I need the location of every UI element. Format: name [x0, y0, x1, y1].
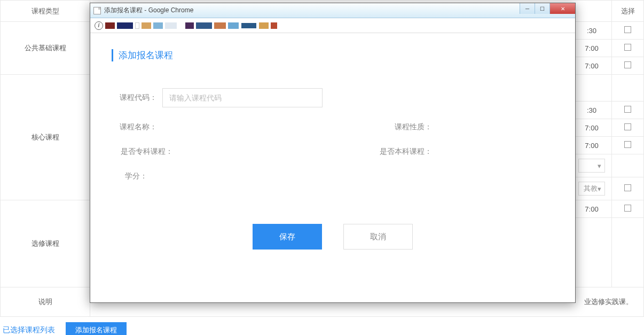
checkbox-row[interactable]	[624, 123, 631, 130]
checkbox-row[interactable]	[624, 184, 631, 191]
minimize-button[interactable]: ─	[520, 3, 535, 14]
header-select: 选择	[612, 1, 644, 22]
address-blocks	[105, 22, 277, 29]
header-category: 课程类型	[1, 1, 90, 22]
category-core: 核心课程	[1, 75, 90, 200]
page-icon	[93, 7, 101, 14]
time-cell: :30	[572, 102, 612, 119]
close-button[interactable]: ✕	[549, 3, 575, 14]
info-icon[interactable]: i	[95, 21, 103, 30]
time-cell: 7:00	[572, 40, 612, 57]
title-bar: 添加报名课程 - Google Chrome ─ ☐ ✕	[90, 3, 575, 18]
time-cell: 7:00	[572, 57, 612, 75]
window-title: 添加报名课程 - Google Chrome	[104, 6, 193, 15]
course-nature-label: 课程性质：	[379, 122, 432, 132]
save-button[interactable]: 保存	[253, 224, 322, 250]
credit-label: 学分：	[125, 172, 157, 181]
course-code-input[interactable]	[162, 88, 323, 107]
maximize-button[interactable]: ☐	[535, 3, 549, 14]
checkbox-row[interactable]	[624, 141, 631, 148]
is-bachelor-label: 是否本科课程：	[363, 147, 432, 157]
course-name-label: 课程名称：	[112, 122, 157, 132]
is-junior-label: 是否专科课程：	[112, 147, 173, 157]
checkbox-row[interactable]	[624, 106, 631, 113]
checkbox-row[interactable]	[624, 44, 631, 51]
checkbox-row[interactable]	[624, 205, 631, 212]
checkbox-row[interactable]	[624, 61, 631, 68]
time-cell: 7:00	[572, 200, 612, 218]
cancel-button[interactable]: 取消	[343, 224, 413, 250]
dropdown[interactable]: ▾	[578, 159, 605, 173]
bottom-bar: 已选择课程列表 添加报名课程	[0, 317, 644, 335]
category-note: 说明	[1, 287, 90, 317]
course-code-label: 课程代码：	[112, 93, 157, 103]
address-bar: i	[90, 18, 575, 33]
add-course-button[interactable]: 添加报名课程	[66, 322, 127, 335]
modal-title: 添加报名课程	[112, 49, 554, 61]
modal-window: 添加报名课程 - Google Chrome ─ ☐ ✕ i 添加报名课程	[90, 3, 576, 303]
category-public: 公共基础课程	[1, 22, 90, 75]
category-elective: 选修课程	[1, 200, 90, 287]
dropdown-teach[interactable]: 其教 ▾	[578, 182, 605, 196]
time-cell: :30	[572, 22, 612, 40]
time-cell: 7:00	[572, 137, 612, 154]
time-cell: 7:00	[572, 119, 612, 137]
checkbox-row[interactable]	[624, 26, 631, 33]
selected-course-list-label[interactable]: 已选择课程列表	[0, 325, 55, 335]
